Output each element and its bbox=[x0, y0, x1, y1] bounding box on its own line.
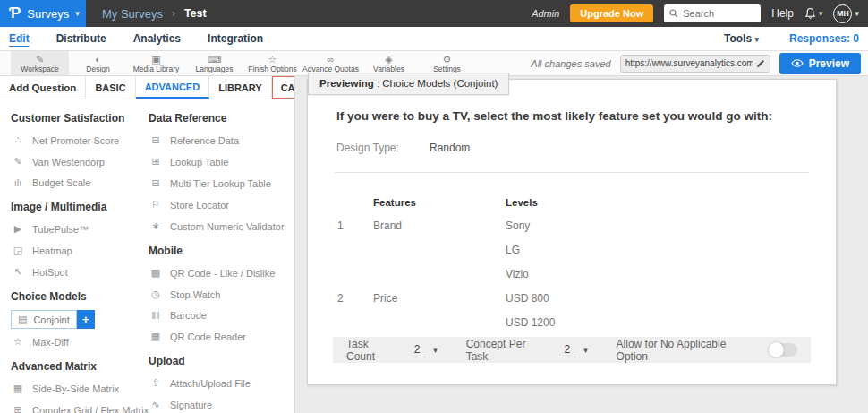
chevron-down-icon: ▾ bbox=[583, 346, 588, 355]
qtype-multi-tier-lookup-table[interactable]: ⊟ Multi Tier Lookup Table bbox=[149, 177, 292, 189]
toolbar-finish-options[interactable]: ☆ Finish Options bbox=[243, 51, 302, 75]
global-search[interactable] bbox=[664, 4, 761, 22]
tools-menu[interactable]: Tools ▾ bbox=[724, 32, 759, 45]
toolbar-media-library[interactable]: ▣ Media Library bbox=[127, 51, 185, 75]
level-value: USD 800 bbox=[506, 280, 809, 305]
search-icon bbox=[669, 9, 678, 18]
qtype-net-promoter-score[interactable]: ∴ Net Promoter Score bbox=[11, 134, 140, 146]
qtype-lookup-table[interactable]: ⊞ Lookup Table bbox=[149, 156, 292, 168]
no-applicable-option-toggle[interactable] bbox=[769, 343, 797, 357]
media-library-icon: ▣ bbox=[151, 54, 160, 65]
tab-library[interactable]: LIBRARY bbox=[209, 76, 271, 99]
breadcrumb: My Surveys › Test bbox=[102, 7, 207, 21]
add-question-panel: Add Question BASIC ADVANCED LIBRARY CANV… bbox=[0, 76, 295, 413]
quotas-link-icon: ∞ bbox=[328, 54, 335, 65]
tab-basic[interactable]: BASIC bbox=[86, 76, 135, 99]
breadcrumb-my-surveys[interactable]: My Surveys bbox=[102, 7, 163, 21]
qtype-complex-grid[interactable]: ⊞ Complex Grid / Flex Matrix bbox=[11, 404, 140, 413]
chevron-down-icon: ▾ bbox=[754, 35, 759, 44]
toolbar-advance-quotas[interactable]: ∞ Advance Quotas bbox=[302, 51, 360, 75]
question-column-2: Data Reference ⊟ Reference Data ⊞ Lookup… bbox=[149, 99, 292, 413]
notifications-menu[interactable]: ▾ bbox=[804, 7, 823, 20]
survey-url-field[interactable] bbox=[620, 55, 770, 73]
product-switcher[interactable]: Ƥ Surveys ▾ bbox=[0, 0, 86, 27]
toolbar-languages[interactable]: ⌨ Languages bbox=[185, 51, 243, 75]
conjoint-icon: ▤ bbox=[18, 314, 27, 325]
qtype-hotspot[interactable]: ↖ HotSpot bbox=[11, 266, 140, 278]
tab-canvas[interactable]: CANVAS bbox=[272, 76, 295, 99]
nav-right-cluster: Tools ▾ Responses: 0 bbox=[724, 32, 859, 45]
qtype-stop-watch[interactable]: ◷ Stop Watch bbox=[149, 288, 292, 300]
qtype-reference-data[interactable]: ⊟ Reference Data bbox=[149, 134, 292, 146]
main-nav: Edit Distribute Analytics Integration To… bbox=[0, 27, 868, 51]
conjoint-controls-bar: Task Count 2 ▾ Concept Per Task 2 ▾ Allo… bbox=[333, 337, 811, 363]
toolbar-design[interactable]: ◐ Design bbox=[69, 51, 127, 75]
product-name: Surveys bbox=[27, 7, 69, 21]
qtype-van-westendorp[interactable]: ✎ Van Westendorp bbox=[11, 156, 140, 168]
nav-integration[interactable]: Integration bbox=[208, 32, 263, 45]
chevron-down-icon: ▾ bbox=[75, 9, 80, 18]
account-menu[interactable]: MH ▾ bbox=[833, 4, 859, 23]
qtype-side-by-side-matrix[interactable]: ▦ Side-By-Side Matrix bbox=[11, 383, 140, 394]
settings-gear-icon: ⚙ bbox=[443, 54, 452, 65]
hotspot-cursor-icon: ↖ bbox=[11, 266, 25, 278]
qtype-conjoint[interactable]: ▤ Conjoint bbox=[11, 310, 77, 329]
design-palette-icon: ◐ bbox=[95, 54, 101, 65]
toggle-knob bbox=[769, 342, 784, 357]
edit-url-pencil-icon[interactable] bbox=[756, 59, 765, 68]
qtype-store-locator[interactable]: ⚐ Store Locator bbox=[149, 199, 292, 211]
net-promoter-score-icon: ∴ bbox=[11, 134, 25, 146]
finish-options-wand-icon: ☆ bbox=[268, 54, 277, 65]
toolbar-workspace[interactable]: ✎ Workspace bbox=[11, 51, 69, 75]
qtype-signature[interactable]: ∿ Signature bbox=[149, 399, 292, 410]
autosave-status: All changes saved bbox=[531, 58, 610, 69]
questionpro-logo-icon: Ƥ bbox=[9, 4, 21, 22]
numeric-validator-icon: ∗ bbox=[149, 220, 163, 232]
qtype-custom-numeric-validator[interactable]: ∗ Custom Numeric Validator bbox=[149, 220, 292, 232]
survey-url-input[interactable] bbox=[625, 58, 753, 68]
help-link[interactable]: Help bbox=[771, 7, 794, 20]
tab-advanced[interactable]: ADVANCED bbox=[136, 76, 210, 99]
languages-keyboard-icon: ⌨ bbox=[208, 54, 222, 65]
question-column-1: Customer Satisfaction ∴ Net Promoter Sco… bbox=[11, 99, 140, 413]
nav-distribute[interactable]: Distribute bbox=[56, 32, 106, 45]
top-bar: Ƥ Surveys ▾ My Surveys › Test Admin Upgr… bbox=[0, 0, 868, 27]
qtype-qr-code-reader[interactable]: ▦ QR Code Reader bbox=[149, 331, 292, 342]
qtype-budget-scale[interactable]: ılı Budget Scale bbox=[11, 177, 140, 188]
nav-analytics[interactable]: Analytics bbox=[133, 32, 181, 45]
budget-scale-icon: ılı bbox=[11, 177, 25, 188]
concept-per-task-label: Concept Per Task bbox=[466, 338, 550, 363]
qtype-max-diff[interactable]: ☆ Max-Diff bbox=[11, 336, 140, 348]
chevron-down-icon: ▾ bbox=[855, 9, 859, 18]
qtype-tubepulse[interactable]: ▶ TubePulse™ bbox=[11, 223, 140, 235]
feature-name: Brand bbox=[373, 208, 506, 232]
section-data-reference: Data Reference bbox=[149, 112, 292, 125]
responses-count-link[interactable]: Responses: 0 bbox=[789, 32, 859, 45]
qtype-attach-upload-file[interactable]: ⇧ Attach/Upload File bbox=[149, 377, 292, 389]
multi-tier-lookup-icon: ⊟ bbox=[149, 177, 163, 189]
breadcrumb-survey-title[interactable]: Test bbox=[184, 7, 207, 20]
design-type-value: Random bbox=[430, 142, 470, 154]
barcode-icon: ‖‖ bbox=[149, 310, 163, 321]
section-upload: Upload bbox=[149, 355, 292, 367]
upgrade-now-button[interactable]: Upgrade Now bbox=[570, 4, 653, 22]
design-type-label: Design Type: bbox=[336, 142, 406, 154]
qtype-barcode[interactable]: ‖‖ Barcode bbox=[149, 310, 292, 321]
add-conjoint-button[interactable]: + bbox=[77, 310, 95, 329]
qtype-qr-like-dislike[interactable]: ▩ QR Code - Like / Dislike bbox=[149, 267, 292, 279]
toolbar-variables[interactable]: ◈ Variables bbox=[360, 51, 418, 75]
preview-canvas: Previewing : Choice Models (Conjoint) If… bbox=[296, 76, 868, 413]
features-levels-table: Features Levels 1 Brand Sony LG Vizio 2 … bbox=[337, 186, 809, 353]
qtype-heatmap[interactable]: ◲ Heatmap bbox=[11, 245, 140, 256]
level-value: USD 1200 bbox=[506, 305, 809, 329]
concept-per-task-dropdown[interactable]: 2 ▾ bbox=[558, 343, 588, 357]
nav-edit[interactable]: Edit bbox=[9, 32, 30, 45]
toolbar-settings[interactable]: ⚙ Settings bbox=[418, 51, 476, 75]
feature-number: 2 bbox=[337, 280, 373, 305]
col-spacer bbox=[337, 186, 373, 208]
preview-button[interactable]: Preview bbox=[779, 53, 861, 74]
search-input[interactable] bbox=[683, 8, 754, 19]
level-value: Sony bbox=[506, 208, 809, 232]
section-advanced-matrix: Advanced Matrix bbox=[11, 360, 140, 373]
task-count-dropdown[interactable]: 2 ▾ bbox=[408, 343, 438, 357]
